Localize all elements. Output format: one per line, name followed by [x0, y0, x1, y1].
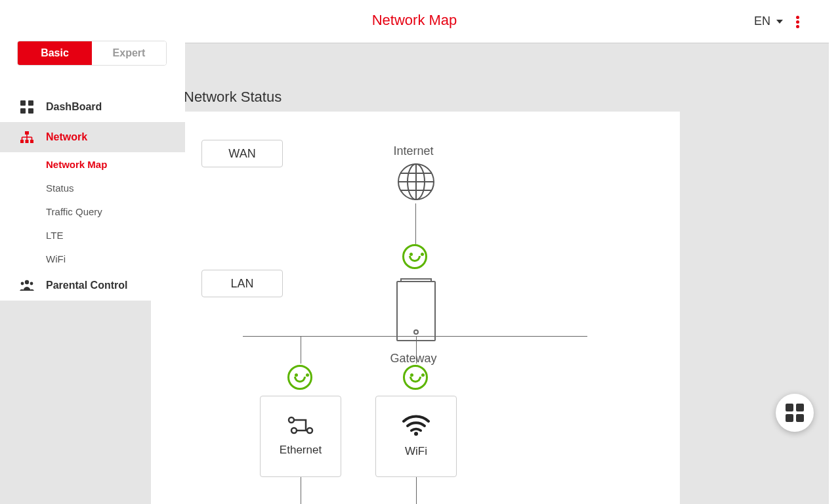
language-label: EN [754, 14, 770, 28]
status-ok-icon [287, 365, 312, 390]
wifi-label: WiFi [405, 445, 427, 458]
status-ok-icon [403, 365, 428, 390]
grid-icon [786, 404, 804, 422]
sidebar-item-dashboard[interactable]: DashBoard [0, 92, 185, 122]
subnav-status[interactable]: Status [46, 176, 185, 200]
svg-rect-28 [20, 140, 24, 143]
mode-basic-button[interactable]: Basic [18, 41, 92, 65]
wifi-icon [402, 415, 430, 436]
sidebar-item-network[interactable]: Network [0, 122, 185, 152]
svg-rect-29 [26, 140, 29, 143]
ethernet-icon [287, 416, 314, 434]
network-diagram: Internet [236, 138, 669, 504]
gateway-label: Gateway [368, 352, 459, 366]
parental-control-icon [20, 280, 34, 291]
mode-toggle: Basic Expert [17, 41, 167, 66]
svg-point-8 [291, 428, 297, 433]
globe-icon [397, 163, 435, 201]
network-submenu: Network Map Status Traffic Query LTE WiF… [0, 152, 185, 270]
dashboard-icon [20, 100, 34, 114]
page-header-title: Network Map [372, 12, 457, 29]
status-ok-icon [402, 244, 427, 269]
subnav-network-map[interactable]: Network Map [46, 152, 185, 176]
subnav-traffic-query[interactable]: Traffic Query [46, 200, 185, 223]
svg-rect-25 [20, 108, 26, 114]
mode-expert-button[interactable]: Expert [92, 41, 166, 65]
ethernet-label: Ethernet [280, 444, 322, 457]
sidebar-item-label: Network [46, 131, 87, 143]
svg-point-6 [289, 417, 294, 423]
quick-panel-fab[interactable] [776, 394, 814, 432]
internet-label: Internet [368, 144, 459, 158]
sidebar-item-label: DashBoard [46, 101, 102, 113]
svg-point-32 [21, 282, 24, 285]
gateway-icon[interactable] [396, 281, 436, 341]
main-panel: WAN LAN Internet [151, 112, 680, 504]
svg-rect-27 [25, 131, 29, 135]
subnav-wifi[interactable]: WiFi [46, 247, 185, 270]
svg-point-31 [25, 280, 29, 284]
svg-rect-23 [20, 100, 26, 106]
svg-rect-26 [28, 108, 33, 114]
chevron-down-icon [776, 20, 783, 24]
page-title: Network Status [184, 89, 282, 106]
subnav-lte[interactable]: LTE [46, 223, 185, 247]
ethernet-card[interactable]: Ethernet [260, 396, 341, 477]
network-icon [20, 131, 34, 143]
svg-rect-30 [30, 140, 33, 143]
kebab-menu-icon[interactable] [796, 14, 800, 29]
svg-point-33 [30, 282, 33, 285]
svg-point-10 [414, 432, 418, 436]
svg-point-7 [307, 428, 312, 433]
sidebar: Basic Expert DashBoard [0, 34, 185, 301]
svg-rect-24 [28, 100, 33, 106]
sidebar-item-parental-control[interactable]: Parental Control [0, 270, 185, 301]
wifi-card[interactable]: WiFi [375, 396, 457, 477]
sidebar-item-label: Parental Control [46, 280, 127, 291]
language-selector[interactable]: EN [754, 14, 783, 28]
